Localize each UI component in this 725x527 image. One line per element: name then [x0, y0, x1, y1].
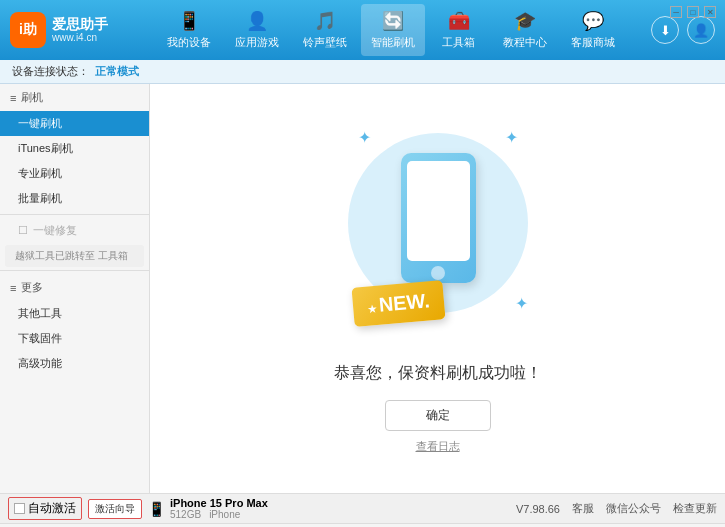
device-storage: 512GB [170, 509, 201, 520]
auto-activate-checkbox[interactable] [14, 503, 25, 514]
nav-smart-flash[interactable]: 🔄 智能刷机 [361, 4, 425, 56]
nav-service[interactable]: 💬 客服商城 [561, 4, 625, 56]
sidebar-item-advanced[interactable]: 高级功能 [0, 351, 149, 376]
view-log-link[interactable]: 查看日志 [416, 439, 460, 454]
main-layout: ≡ 刷机 一键刷机 iTunes刷机 专业刷机 批量刷机 ☐ 一键修复 越狱工具… [0, 84, 725, 493]
device-details: iPhone 15 Pro Max 512GB iPhone [170, 497, 268, 520]
success-message: 恭喜您，保资料刷机成功啦！ [334, 363, 542, 384]
sidebar-section-flash: ≡ 刷机 [0, 84, 149, 111]
window-controls: ─ □ ✕ [669, 5, 717, 19]
device-icon: 📱 [178, 10, 200, 32]
nav-ringtones-label: 铃声壁纸 [303, 35, 347, 50]
sidebar-section-restore: ☐ 一键修复 [0, 218, 149, 243]
sidebar-divider-1 [0, 214, 149, 215]
sidebar-section-more: ≡ 更多 [0, 274, 149, 301]
sidebar-item-download-firmware[interactable]: 下载固件 [0, 326, 149, 351]
nav-my-device[interactable]: 📱 我的设备 [157, 4, 221, 56]
device-type: iPhone [209, 509, 240, 520]
logo-text: 爱思助手 www.i4.cn [52, 16, 108, 45]
phone-illustration: ✦ ✦ NEW. ✦ [338, 123, 538, 343]
sidebar-item-other-tools[interactable]: 其他工具 [0, 301, 149, 326]
flash-icon: 🔄 [382, 10, 404, 32]
sparkle-tl: ✦ [358, 128, 371, 147]
nav-toolbox-label: 工具箱 [442, 35, 475, 50]
confirm-button[interactable]: 确定 [385, 400, 491, 431]
ringtones-icon: 🎵 [314, 10, 336, 32]
header: i助 爱思助手 www.i4.cn 📱 我的设备 👤 应用游戏 🎵 铃声壁纸 🔄… [0, 0, 725, 60]
footer-bar: 阻止iTunes运行 [0, 523, 725, 527]
phone-screen [407, 161, 470, 261]
content-area: ✦ ✦ NEW. ✦ 恭喜您，保资料刷机成功啦！ 确定 查看日志 [150, 84, 725, 493]
nav-toolbox[interactable]: 🧰 工具箱 [429, 4, 489, 56]
nav-service-label: 客服商城 [571, 35, 615, 50]
nav-tutorials[interactable]: 🎓 教程中心 [493, 4, 557, 56]
sidebar-item-batch-flash[interactable]: 批量刷机 [0, 186, 149, 211]
nav-tutorials-label: 教程中心 [503, 35, 547, 50]
phone-shape [401, 153, 476, 283]
close-button[interactable]: ✕ [703, 5, 717, 19]
wechat-link[interactable]: 微信公众号 [606, 501, 661, 516]
sidebar-item-itunes-flash[interactable]: iTunes刷机 [0, 136, 149, 161]
check-update-link[interactable]: 检查更新 [673, 501, 717, 516]
header-right: ⬇ 👤 [651, 16, 715, 44]
apps-icon: 👤 [246, 10, 268, 32]
nav-ringtones[interactable]: 🎵 铃声壁纸 [293, 4, 357, 56]
logo-site: www.i4.cn [52, 32, 108, 44]
status-prefix: 设备连接状态： [12, 64, 89, 79]
version-label: V7.98.66 [516, 503, 560, 515]
maximize-button[interactable]: □ [686, 5, 700, 19]
service-icon: 💬 [582, 10, 604, 32]
auto-activate-label: 自动激活 [28, 500, 76, 517]
status-mode: 正常模式 [95, 64, 139, 79]
auto-activate-box[interactable]: 自动激活 [8, 497, 82, 520]
sidebar-restore-note: 越狱工具已跳转至 工具箱 [5, 245, 144, 267]
user-button[interactable]: 👤 [687, 16, 715, 44]
sparkle-br: ✦ [515, 294, 528, 313]
logo: i助 爱思助手 www.i4.cn [10, 12, 110, 48]
nav-smart-flash-label: 智能刷机 [371, 35, 415, 50]
tutorials-icon: 🎓 [514, 10, 536, 32]
activate-guide-button[interactable]: 激活向导 [88, 499, 142, 519]
sidebar-item-pro-flash[interactable]: 专业刷机 [0, 161, 149, 186]
bottom-right: V7.98.66 客服 微信公众号 检查更新 [516, 501, 717, 516]
logo-icon: i助 [10, 12, 46, 48]
device-name: iPhone 15 Pro Max [170, 497, 268, 509]
sidebar-divider-2 [0, 270, 149, 271]
sidebar-item-one-click-flash[interactable]: 一键刷机 [0, 111, 149, 136]
bottom-left: 自动激活 激活向导 📱 iPhone 15 Pro Max 512GB iPho… [8, 497, 508, 520]
nav-apps-label: 应用游戏 [235, 35, 279, 50]
device-phone-icon: 📱 [148, 501, 165, 517]
minimize-button[interactable]: ─ [669, 5, 683, 19]
sidebar: ≡ 刷机 一键刷机 iTunes刷机 专业刷机 批量刷机 ☐ 一键修复 越狱工具… [0, 84, 150, 493]
sparkle-tr: ✦ [505, 128, 518, 147]
nav-apps[interactable]: 👤 应用游戏 [225, 4, 289, 56]
logo-name: 爱思助手 [52, 16, 108, 33]
phone-home-button [431, 266, 445, 280]
bottom-panel: 自动激活 激活向导 📱 iPhone 15 Pro Max 512GB iPho… [0, 493, 725, 523]
new-badge: NEW. [351, 280, 445, 327]
toolbox-icon: 🧰 [448, 10, 470, 32]
customer-service-link[interactable]: 客服 [572, 501, 594, 516]
device-info: 📱 iPhone 15 Pro Max 512GB iPhone [148, 497, 268, 520]
status-bar: 设备连接状态： 正常模式 [0, 60, 725, 84]
nav-bar: 📱 我的设备 👤 应用游戏 🎵 铃声壁纸 🔄 智能刷机 🧰 工具箱 🎓 教程中心… [130, 4, 651, 56]
download-button[interactable]: ⬇ [651, 16, 679, 44]
nav-my-device-label: 我的设备 [167, 35, 211, 50]
